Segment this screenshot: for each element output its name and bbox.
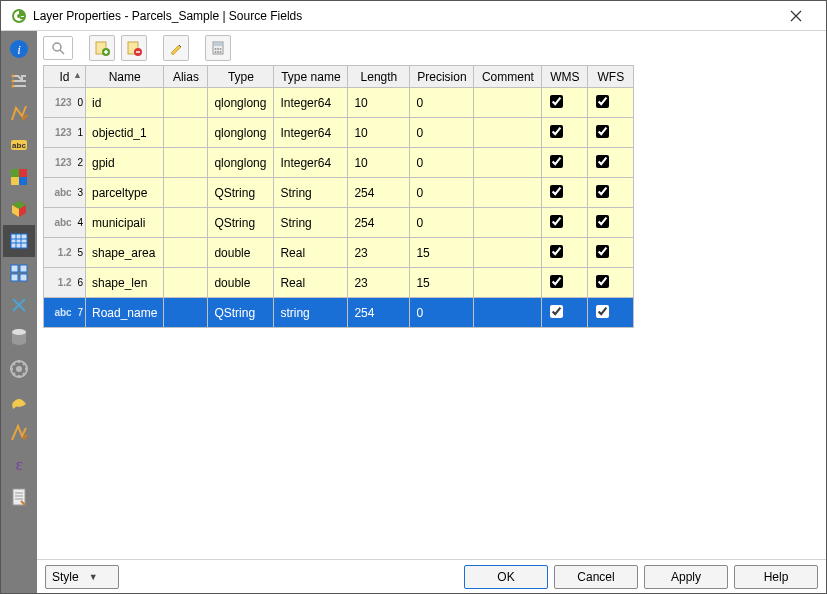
sidebar-item-joins[interactable] — [3, 289, 35, 321]
svg-rect-13 — [11, 234, 27, 248]
table-row[interactable]: abc 4municipaliQStringString2540 — [44, 208, 634, 238]
sidebar-item-3dview[interactable] — [3, 193, 35, 225]
col-typename[interactable]: Type name — [274, 66, 348, 88]
wfs-checkbox[interactable] — [596, 185, 609, 198]
col-length[interactable]: Length — [348, 66, 410, 88]
ok-button[interactable]: OK — [464, 565, 548, 589]
table-row[interactable]: abc 3parceltypeQStringString2540 — [44, 178, 634, 208]
sidebar-item-rendering[interactable] — [3, 417, 35, 449]
apply-button[interactable]: Apply — [644, 565, 728, 589]
row-header[interactable]: 1.2 6 — [44, 268, 86, 298]
col-id[interactable]: Id▲ — [44, 66, 86, 88]
svg-point-43 — [217, 51, 219, 53]
sidebar-item-information[interactable]: i — [3, 33, 35, 65]
wfs-checkbox[interactable] — [596, 95, 609, 108]
table-row[interactable]: 123 0idqlonglongInteger64100 — [44, 88, 634, 118]
svg-rect-1 — [20, 17, 25, 19]
wfs-checkbox[interactable] — [596, 305, 609, 318]
col-name[interactable]: Name — [86, 66, 164, 88]
cell-alias — [164, 118, 208, 148]
sidebar-item-variables[interactable]: ε — [3, 449, 35, 481]
sidebar-item-metadata[interactable] — [3, 481, 35, 513]
table-row[interactable]: 1.2 5shape_areadoubleReal2315 — [44, 238, 634, 268]
style-menu-button[interactable]: Style ▼ — [45, 565, 119, 589]
cell-name: id — [86, 88, 164, 118]
cell-wfs — [588, 208, 634, 238]
wms-checkbox[interactable] — [550, 275, 563, 288]
sidebar-item-attributesform[interactable] — [3, 257, 35, 289]
sidebar-item-auxstorage[interactable] — [3, 321, 35, 353]
table-row[interactable]: 1.2 6shape_lendoubleReal2315 — [44, 268, 634, 298]
toolbar — [37, 31, 826, 65]
cell-length: 254 — [348, 298, 410, 328]
cell-name: shape_area — [86, 238, 164, 268]
cell-precision: 0 — [410, 118, 474, 148]
cell-comment — [474, 238, 542, 268]
wms-checkbox[interactable] — [550, 155, 563, 168]
wfs-checkbox[interactable] — [596, 245, 609, 258]
col-comment[interactable]: Comment — [474, 66, 542, 88]
cell-alias — [164, 148, 208, 178]
cell-wfs — [588, 118, 634, 148]
wms-checkbox[interactable] — [550, 185, 563, 198]
row-header[interactable]: abc 3 — [44, 178, 86, 208]
col-type[interactable]: Type — [208, 66, 274, 88]
cancel-button[interactable]: Cancel — [554, 565, 638, 589]
sidebar-item-diagrams[interactable] — [3, 161, 35, 193]
sidebar-item-symbology[interactable] — [3, 97, 35, 129]
svg-rect-20 — [11, 274, 18, 281]
cell-type: double — [208, 268, 274, 298]
wfs-checkbox[interactable] — [596, 125, 609, 138]
cell-wms — [542, 268, 588, 298]
wms-checkbox[interactable] — [550, 245, 563, 258]
cell-name: objectid_1 — [86, 118, 164, 148]
row-header[interactable]: 123 0 — [44, 88, 86, 118]
row-header[interactable]: 123 2 — [44, 148, 86, 178]
col-precision[interactable]: Precision — [410, 66, 474, 88]
new-field-button[interactable] — [89, 35, 115, 61]
table-row[interactable]: abc 7Road_nameQStringstring2540 — [44, 298, 634, 328]
close-button[interactable] — [776, 2, 816, 30]
titlebar: Layer Properties - Parcels_Sample | Sour… — [1, 1, 826, 31]
search-input[interactable] — [43, 36, 73, 60]
svg-line-32 — [60, 50, 64, 54]
wms-checkbox[interactable] — [550, 215, 563, 228]
field-calculator-button[interactable] — [205, 35, 231, 61]
type-tag: 1.2 — [58, 247, 72, 258]
fields-table-wrap: Id▲ Name Alias Type Type name Length Pre… — [37, 65, 826, 559]
help-button[interactable]: Help — [734, 565, 818, 589]
sidebar-item-labels[interactable]: abc — [3, 129, 35, 161]
toggle-editing-button[interactable] — [163, 35, 189, 61]
row-header[interactable]: 1.2 5 — [44, 238, 86, 268]
fields-table: Id▲ Name Alias Type Type name Length Pre… — [43, 65, 634, 328]
col-alias[interactable]: Alias — [164, 66, 208, 88]
sidebar-item-sourcefields[interactable] — [3, 225, 35, 257]
svg-rect-38 — [214, 43, 222, 46]
qgis-icon — [11, 8, 27, 24]
row-header[interactable]: abc 7 — [44, 298, 86, 328]
wms-checkbox[interactable] — [550, 95, 563, 108]
cell-wfs — [588, 148, 634, 178]
table-row[interactable]: 123 1objectid_1qlonglongInteger64100 — [44, 118, 634, 148]
cell-typename: Integer64 — [274, 148, 348, 178]
delete-field-button[interactable] — [121, 35, 147, 61]
cell-typename: Integer64 — [274, 118, 348, 148]
wfs-checkbox[interactable] — [596, 215, 609, 228]
row-header[interactable]: abc 4 — [44, 208, 86, 238]
cell-typename: String — [274, 178, 348, 208]
wms-checkbox[interactable] — [550, 125, 563, 138]
row-header[interactable]: 123 1 — [44, 118, 86, 148]
col-wfs[interactable]: WFS — [588, 66, 634, 88]
wfs-checkbox[interactable] — [596, 155, 609, 168]
sidebar-item-display[interactable] — [3, 385, 35, 417]
cell-wfs — [588, 268, 634, 298]
wfs-checkbox[interactable] — [596, 275, 609, 288]
sidebar-item-actions[interactable] — [3, 353, 35, 385]
svg-rect-11 — [11, 177, 19, 185]
cell-comment — [474, 298, 542, 328]
type-tag: abc — [54, 217, 71, 228]
wms-checkbox[interactable] — [550, 305, 563, 318]
col-wms[interactable]: WMS — [542, 66, 588, 88]
sidebar-item-source[interactable] — [3, 65, 35, 97]
table-row[interactable]: 123 2gpidqlonglongInteger64100 — [44, 148, 634, 178]
